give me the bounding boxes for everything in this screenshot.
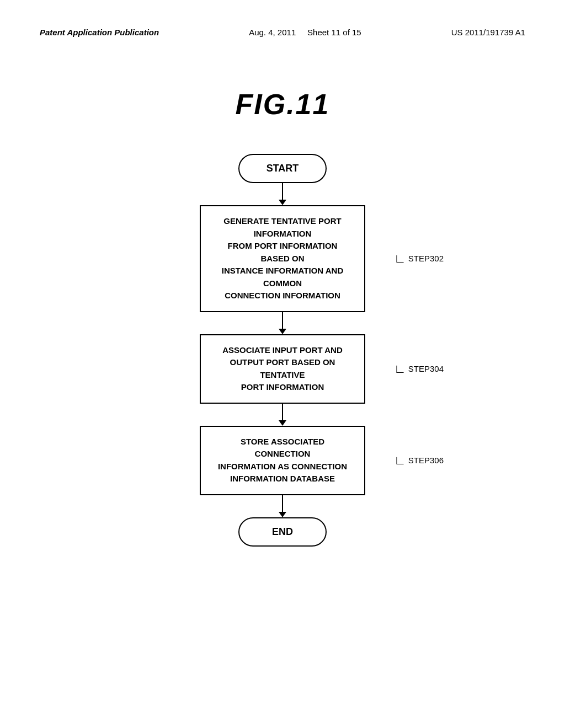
arrow-2 [279, 312, 286, 334]
start-box: START [238, 154, 327, 183]
arrow-1 [279, 183, 286, 205]
arrow-line-2 [282, 312, 283, 329]
date-sheet: Aug. 4, 2011 Sheet 11 of 15 [249, 26, 361, 38]
start-row: START [33, 154, 532, 183]
step306-text: STORE ASSOCIATED CONNECTIONINFORMATION A… [218, 437, 347, 484]
step304-text: ASSOCIATE INPUT PORT ANDOUTPUT PORT BASE… [222, 345, 343, 392]
publication-label: Patent Application Publication [40, 26, 159, 38]
step306-row: STORE ASSOCIATED CONNECTIONINFORMATION A… [33, 426, 532, 495]
step302-id: STEP302 [408, 254, 444, 263]
step306-id: STEP306 [408, 456, 444, 465]
step302-bracket: ∟ [394, 251, 406, 266]
arrow-line-1 [282, 183, 283, 200]
step302-box: GENERATE TENTATIVE PORT INFORMATIONFROM … [200, 205, 365, 312]
figure-title: FIG.11 [236, 88, 330, 120]
step302-text: GENERATE TENTATIVE PORT INFORMATIONFROM … [222, 216, 344, 300]
date-label: Aug. 4, 2011 [249, 28, 296, 37]
end-row: END [33, 517, 532, 547]
arrowhead-2 [279, 329, 286, 334]
flowchart: START GENERATE TENTATIVE PORT INFORMATIO… [0, 154, 565, 547]
step304-box: ASSOCIATE INPUT PORT ANDOUTPUT PORT BASE… [200, 334, 365, 404]
arrowhead-1 [279, 200, 286, 205]
step302-label: ∟ STEP302 [394, 251, 444, 266]
step302-row: GENERATE TENTATIVE PORT INFORMATIONFROM … [33, 205, 532, 312]
arrowhead-3 [279, 420, 286, 426]
step306-label: ∟ STEP306 [394, 453, 444, 468]
figure-title-container: FIG.11 [0, 88, 565, 121]
step304-bracket: ∟ [394, 362, 406, 376]
step304-row: ASSOCIATE INPUT PORT ANDOUTPUT PORT BASE… [33, 334, 532, 404]
arrowhead-4 [279, 512, 286, 517]
arrow-line-3 [282, 404, 283, 420]
step304-id: STEP304 [408, 364, 444, 373]
step306-bracket: ∟ [394, 453, 406, 468]
step306-box: STORE ASSOCIATED CONNECTIONINFORMATION A… [200, 426, 365, 495]
patent-number: US 2011/191739 A1 [451, 26, 525, 38]
header: Patent Application Publication Aug. 4, 2… [0, 0, 565, 38]
step304-label: ∟ STEP304 [394, 362, 444, 376]
arrow-3 [279, 404, 286, 426]
end-box: END [238, 517, 327, 547]
arrow-4 [279, 495, 286, 517]
arrow-line-4 [282, 495, 283, 512]
sheet-label: Sheet 11 of 15 [307, 28, 361, 37]
